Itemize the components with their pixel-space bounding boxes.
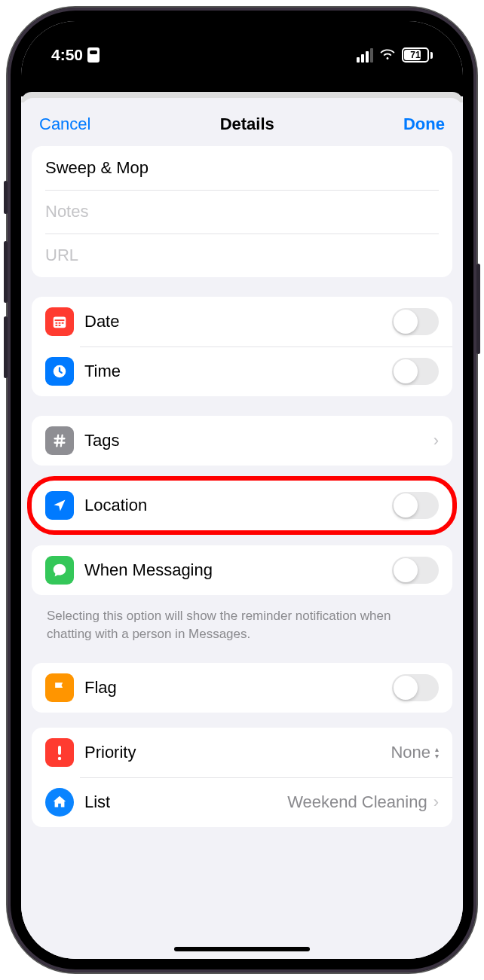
datetime-group: Date Time bbox=[32, 297, 452, 396]
message-bubble-icon bbox=[45, 556, 74, 585]
battery-icon: 71 bbox=[402, 47, 433, 63]
details-sheet: Cancel Details Done Sweep & Mop Notes UR… bbox=[21, 98, 463, 959]
location-group: Location bbox=[32, 481, 452, 530]
messaging-row[interactable]: When Messaging bbox=[32, 545, 452, 595]
time-row[interactable]: Time bbox=[32, 347, 452, 396]
flag-icon bbox=[45, 673, 74, 702]
hash-icon bbox=[45, 426, 74, 455]
tags-row[interactable]: Tags › bbox=[32, 416, 452, 466]
mute-switch bbox=[4, 181, 8, 214]
url-placeholder: URL bbox=[45, 246, 78, 265]
messaging-footer-note: Selecting this option will show the remi… bbox=[32, 607, 452, 663]
flag-row[interactable]: Flag bbox=[32, 663, 452, 713]
tags-label: Tags bbox=[84, 431, 427, 450]
home-indicator[interactable] bbox=[174, 947, 310, 951]
cancel-button[interactable]: Cancel bbox=[39, 114, 90, 134]
time-toggle[interactable] bbox=[392, 358, 439, 385]
svg-rect-5 bbox=[56, 325, 58, 326]
location-row[interactable]: Location bbox=[32, 481, 452, 530]
page-title: Details bbox=[220, 114, 274, 134]
house-icon bbox=[45, 788, 74, 817]
date-toggle[interactable] bbox=[392, 308, 439, 335]
volume-up bbox=[4, 241, 8, 303]
text-group: Sweep & Mop Notes URL bbox=[32, 146, 452, 277]
notes-field[interactable]: Notes bbox=[32, 190, 452, 234]
url-field[interactable]: URL bbox=[32, 234, 452, 277]
clock-icon bbox=[45, 357, 74, 386]
list-value: Weekend Cleaning bbox=[287, 792, 427, 812]
nav-bar: Cancel Details Done bbox=[21, 98, 463, 146]
svg-rect-1 bbox=[55, 319, 65, 321]
time-label: Time bbox=[84, 362, 392, 381]
flag-group: Flag bbox=[32, 663, 452, 713]
priority-label: Priority bbox=[84, 743, 391, 762]
status-time: 4:50 bbox=[51, 46, 83, 64]
contact-card-icon bbox=[87, 47, 100, 63]
svg-point-9 bbox=[58, 756, 61, 759]
chevron-right-icon: › bbox=[433, 431, 439, 450]
svg-rect-3 bbox=[59, 322, 61, 324]
list-row[interactable]: List Weekend Cleaning › bbox=[32, 777, 452, 827]
svg-rect-2 bbox=[56, 322, 58, 324]
content-scroll[interactable]: Sweep & Mop Notes URL Date bbox=[21, 146, 463, 959]
flag-toggle[interactable] bbox=[392, 674, 439, 701]
volume-down bbox=[4, 316, 8, 378]
calendar-icon bbox=[45, 307, 74, 336]
svg-rect-6 bbox=[59, 325, 61, 326]
chevron-right-icon: › bbox=[433, 792, 439, 812]
cellular-signal-icon bbox=[357, 48, 373, 63]
up-down-icon: ▴▾ bbox=[435, 746, 439, 759]
device-frame: 4:50 71 Cancel Details Done bbox=[8, 8, 476, 972]
power-button bbox=[476, 264, 480, 354]
svg-rect-4 bbox=[62, 322, 64, 324]
location-toggle[interactable] bbox=[392, 492, 439, 519]
priority-row[interactable]: Priority None ▴▾ bbox=[32, 728, 452, 777]
wifi-icon bbox=[379, 47, 396, 63]
location-label: Location bbox=[84, 496, 392, 515]
tags-group: Tags › bbox=[32, 416, 452, 466]
dynamic-island bbox=[185, 39, 299, 71]
list-label: List bbox=[84, 792, 287, 812]
done-button[interactable]: Done bbox=[403, 114, 445, 134]
messaging-group: When Messaging bbox=[32, 545, 452, 595]
priority-value: None bbox=[391, 743, 430, 762]
priority-list-group: Priority None ▴▾ List Weekend Cleaning › bbox=[32, 728, 452, 827]
location-arrow-icon bbox=[45, 491, 74, 520]
date-row[interactable]: Date bbox=[32, 297, 452, 347]
messaging-toggle[interactable] bbox=[392, 557, 439, 584]
title-value: Sweep & Mop bbox=[45, 158, 149, 178]
svg-rect-8 bbox=[58, 746, 61, 755]
exclamation-icon bbox=[45, 738, 74, 767]
title-field[interactable]: Sweep & Mop bbox=[32, 146, 452, 190]
flag-label: Flag bbox=[84, 678, 392, 698]
messaging-label: When Messaging bbox=[84, 560, 392, 580]
date-label: Date bbox=[84, 312, 392, 331]
notes-placeholder: Notes bbox=[45, 202, 88, 221]
screen: 4:50 71 Cancel Details Done bbox=[21, 21, 463, 959]
